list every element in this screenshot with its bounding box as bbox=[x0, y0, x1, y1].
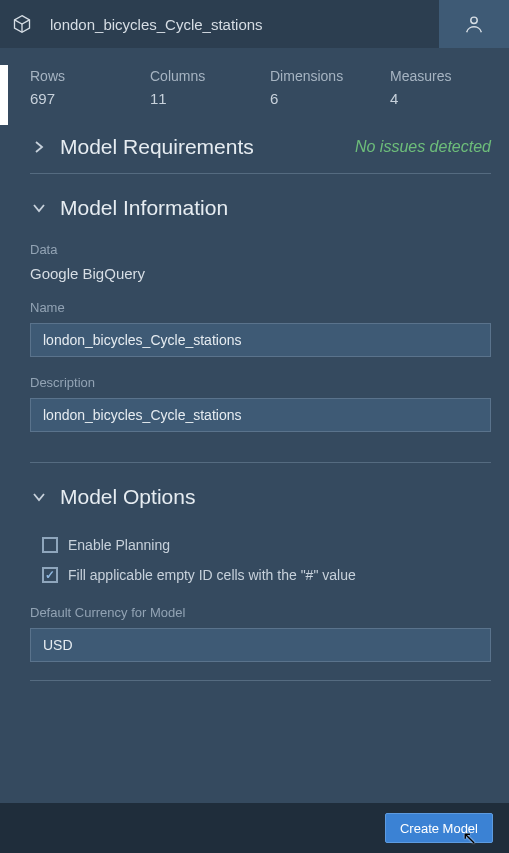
stat-rows: Rows 697 bbox=[30, 68, 120, 107]
checkbox-enable-planning[interactable]: Enable Planning bbox=[30, 537, 491, 553]
checkbox-label: Enable Planning bbox=[68, 537, 170, 553]
currency-input[interactable] bbox=[30, 628, 491, 662]
chevron-down-icon bbox=[30, 492, 48, 502]
checkbox-box[interactable] bbox=[42, 537, 58, 553]
stat-label: Dimensions bbox=[270, 68, 360, 84]
section-information[interactable]: Model Information bbox=[30, 196, 491, 220]
section-title: Model Information bbox=[60, 196, 228, 220]
header-bar: london_bicycles_Cycle_stations bbox=[0, 0, 509, 48]
field-data: Data Google BigQuery bbox=[30, 242, 491, 282]
checkbox-box[interactable] bbox=[42, 567, 58, 583]
divider bbox=[30, 680, 491, 681]
status-badge: No issues detected bbox=[355, 138, 491, 156]
stat-value: 697 bbox=[30, 90, 120, 107]
description-input[interactable] bbox=[30, 398, 491, 432]
section-options[interactable]: Model Options bbox=[30, 485, 491, 509]
stat-measures: Measures 4 bbox=[390, 68, 480, 107]
stat-label: Columns bbox=[150, 68, 240, 84]
name-input[interactable] bbox=[30, 323, 491, 357]
divider bbox=[30, 462, 491, 463]
checkbox-label: Fill applicable empty ID cells with the … bbox=[68, 567, 356, 583]
stat-value: 11 bbox=[150, 90, 240, 107]
divider bbox=[30, 173, 491, 174]
stats-row: Rows 697 Columns 11 Dimensions 6 Measure… bbox=[30, 68, 491, 107]
stat-label: Rows bbox=[30, 68, 120, 84]
field-label: Data bbox=[30, 242, 491, 257]
section-requirements[interactable]: Model Requirements No issues detected bbox=[30, 135, 491, 159]
user-button[interactable] bbox=[439, 0, 509, 48]
content-panel: Rows 697 Columns 11 Dimensions 6 Measure… bbox=[0, 48, 509, 723]
field-description: Description bbox=[30, 375, 491, 432]
footer-bar: Create Model bbox=[0, 803, 509, 853]
stat-dimensions: Dimensions 6 bbox=[270, 68, 360, 107]
field-label: Name bbox=[30, 300, 491, 315]
field-value: Google BigQuery bbox=[30, 265, 491, 282]
section-title: Model Requirements bbox=[60, 135, 254, 159]
stat-value: 6 bbox=[270, 90, 360, 107]
create-model-button[interactable]: Create Model bbox=[385, 813, 493, 843]
chevron-right-icon bbox=[30, 141, 48, 153]
chevron-down-icon bbox=[30, 203, 48, 213]
field-label: Default Currency for Model bbox=[30, 605, 491, 620]
field-name: Name bbox=[30, 300, 491, 357]
field-currency: Default Currency for Model bbox=[30, 605, 491, 662]
cube-icon bbox=[8, 10, 36, 38]
page-title: london_bicycles_Cycle_stations bbox=[50, 16, 439, 33]
field-label: Description bbox=[30, 375, 491, 390]
stat-value: 4 bbox=[390, 90, 480, 107]
side-tab-indicator bbox=[0, 65, 8, 125]
checkbox-fill-empty[interactable]: Fill applicable empty ID cells with the … bbox=[30, 567, 491, 583]
stat-label: Measures bbox=[390, 68, 480, 84]
stat-columns: Columns 11 bbox=[150, 68, 240, 107]
svg-point-0 bbox=[471, 17, 477, 23]
section-title: Model Options bbox=[60, 485, 195, 509]
